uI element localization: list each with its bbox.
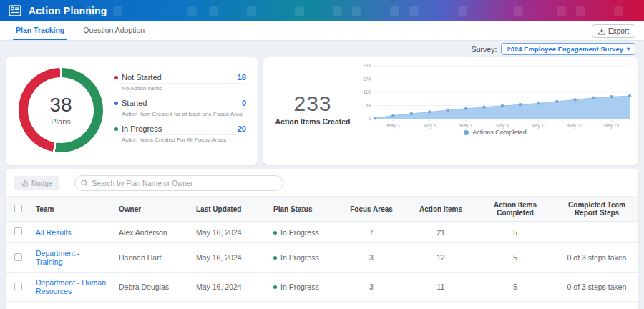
- focus-areas-cell: 7: [336, 222, 406, 243]
- plans-total: 38: [49, 95, 72, 115]
- decorative-square: [409, 6, 419, 16]
- x-axis-tick-label: May 7: [459, 123, 472, 129]
- actions-completed-line-chart: 058116174233May 3May 5May 7May 9May 11Ma…: [355, 57, 635, 129]
- decorative-square: [247, 6, 256, 16]
- focus-areas-cell: 3: [336, 243, 406, 273]
- decorative-square: [514, 6, 523, 16]
- export-button[interactable]: Export: [592, 24, 635, 38]
- decorative-square: [458, 6, 467, 16]
- action-items-cell: 21: [406, 222, 475, 243]
- nudge-button-label: Nudge: [31, 180, 52, 187]
- plan-status-cell: In Progress: [268, 273, 336, 302]
- plans-donut-chart: 38 Plans: [19, 68, 103, 152]
- decorative-square: [113, 6, 122, 16]
- chart-legend-label: Actions Completed: [472, 129, 527, 136]
- search-icon: [81, 180, 88, 187]
- col-action-items-completed: Action Items Completed: [475, 197, 555, 222]
- chart-legend: Actions Completed: [355, 129, 635, 136]
- table-header-row: Team Owner Last Updated Plan Status Focu…: [6, 197, 638, 222]
- action-items-chart-card: 233 Action Items Created 058116174233May…: [263, 57, 638, 165]
- decorative-square: [295, 6, 304, 16]
- decorative-square: [209, 6, 218, 16]
- col-team: Team: [30, 197, 113, 222]
- app-header: Action Planning: [0, 0, 644, 21]
- nudge-button[interactable]: Nudge: [14, 176, 59, 190]
- plans-summary-card: 38 Plans Not Started 18 No Action Items …: [6, 57, 258, 165]
- survey-label: Survey:: [472, 45, 497, 54]
- data-point: [574, 98, 577, 101]
- owner-cell: Alex Anderson: [113, 222, 190, 243]
- survey-row: Survey: 2024 Employee Engagement Survey …: [0, 41, 644, 57]
- table-row: Department - TrainingHannah HartMay 16, …: [6, 243, 638, 273]
- action-items-cell: 12: [406, 243, 475, 273]
- tab-question-adoption[interactable]: Question Adoption: [80, 21, 147, 40]
- legend-name: Not Started: [122, 73, 238, 82]
- survey-selected-value: 2024 Employee Engagement Survey: [507, 45, 623, 53]
- owner-cell: Roger Richardson: [113, 302, 190, 309]
- x-axis-tick-label: May 5: [423, 123, 436, 129]
- col-action-items: Action Items: [406, 197, 475, 222]
- team-link[interactable]: All Results: [36, 228, 72, 237]
- table-row: Department - Human ResourcesDebra Dougla…: [6, 273, 638, 302]
- last-updated-cell: May 16, 2024: [190, 243, 268, 273]
- team-link[interactable]: Department - Training: [36, 249, 79, 266]
- row-checkbox[interactable]: [14, 283, 22, 290]
- last-updated-cell: May 16, 2024: [190, 222, 268, 243]
- data-point: [610, 95, 613, 98]
- legend-value: 18: [238, 73, 246, 82]
- legend-description: No Action Items: [122, 85, 246, 92]
- x-axis-tick-label: May 11: [531, 123, 546, 129]
- data-point: [447, 109, 449, 112]
- owner-cell: Debra Douglas: [113, 273, 190, 302]
- y-axis-tick-label: 233: [363, 63, 371, 68]
- search-input[interactable]: [92, 180, 277, 187]
- data-point: [555, 100, 558, 103]
- col-plan-status: Plan Status: [268, 197, 336, 222]
- data-point: [501, 104, 504, 107]
- action-items-metric: 233 Action Items Created: [270, 92, 355, 126]
- focus-areas-cell: 3: [336, 273, 406, 302]
- plan-status-cell: In Progress: [268, 222, 336, 243]
- report-steps-cell: 0 of 3 steps taken: [555, 243, 638, 273]
- data-point: [592, 97, 595, 99]
- row-checkbox[interactable]: [14, 253, 22, 261]
- data-point: [428, 110, 431, 113]
- action-items-completed-cell: 5: [475, 222, 555, 243]
- col-completed-report-steps: Completed Team Report Steps: [555, 197, 638, 222]
- decorative-square: [557, 6, 566, 16]
- table-row: Department - Executives/DirectorsRoger R…: [6, 302, 638, 309]
- plan-status-cell: In Progress: [268, 302, 336, 309]
- decorative-square: [390, 6, 399, 16]
- plan-table-card: Nudge Team Owner Last Updated Plan Statu…: [6, 169, 638, 309]
- plans-legend: Not Started 18 No Action Items Started 0…: [114, 73, 246, 150]
- row-checkbox[interactable]: [14, 227, 22, 235]
- focus-areas-cell: 3: [336, 302, 406, 309]
- action-planning-logo-icon: [9, 4, 23, 17]
- area-fill: [375, 96, 630, 119]
- team-link[interactable]: Department - Human Resources: [36, 278, 106, 295]
- action-items-completed-cell: 5: [475, 273, 555, 302]
- donut-center: 38 Plans: [28, 77, 94, 143]
- data-point: [482, 106, 485, 109]
- decorative-square: [333, 6, 342, 16]
- not-started-dot-icon: [114, 76, 118, 79]
- select-all-checkbox[interactable]: [14, 205, 22, 212]
- legend-name: In Progress: [122, 124, 238, 133]
- y-axis-tick-label: 116: [364, 89, 371, 94]
- nudge-hand-icon: [21, 180, 29, 187]
- survey-dropdown[interactable]: 2024 Employee Engagement Survey ▾: [501, 43, 635, 55]
- tab-bar: Plan Tracking Question Adoption Export: [0, 21, 644, 41]
- legend-value: 20: [238, 124, 246, 133]
- search-box[interactable]: [74, 175, 283, 191]
- decorative-square: [576, 6, 585, 16]
- table-row: All ResultsAlex AndersonMay 16, 2024In P…: [6, 222, 638, 243]
- data-point: [410, 112, 413, 115]
- toolbar-divider: [67, 177, 67, 190]
- actions-completed-dot-icon: [464, 130, 469, 135]
- last-updated-cell: May 16, 2024: [190, 273, 268, 302]
- action-items-label: Action Items Created: [270, 117, 355, 126]
- action-items-cell: 12: [406, 302, 475, 309]
- tab-plan-tracking[interactable]: Plan Tracking: [13, 21, 67, 40]
- legend-item-in-progress: In Progress 20 Action Items Created For …: [114, 124, 246, 143]
- decorative-square: [352, 6, 361, 16]
